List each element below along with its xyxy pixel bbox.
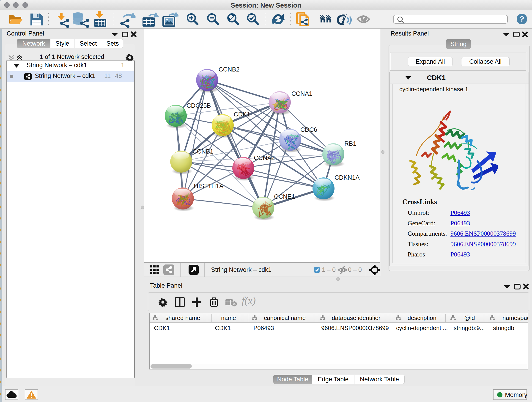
svg-text:?: ?: [520, 14, 525, 23]
svg-text:CCNE1: CCNE1: [274, 193, 295, 200]
svg-text:CCNA2: CCNA2: [254, 154, 275, 161]
svg-text:CDC6: CDC6: [300, 126, 317, 133]
svg-text:RB1: RB1: [344, 140, 356, 147]
svg-text:CCNA1: CCNA1: [291, 90, 312, 97]
svg-text:CCNB2: CCNB2: [219, 66, 240, 73]
svg-text:HIST1H1A: HIST1H1A: [194, 183, 223, 190]
svg-text:CDC25B: CDC25B: [186, 102, 211, 109]
svg-text:CDKN1A: CDKN1A: [335, 174, 360, 181]
svg-text:CDK1: CDK1: [234, 111, 250, 118]
svg-text:CCNB1: CCNB1: [192, 148, 214, 155]
